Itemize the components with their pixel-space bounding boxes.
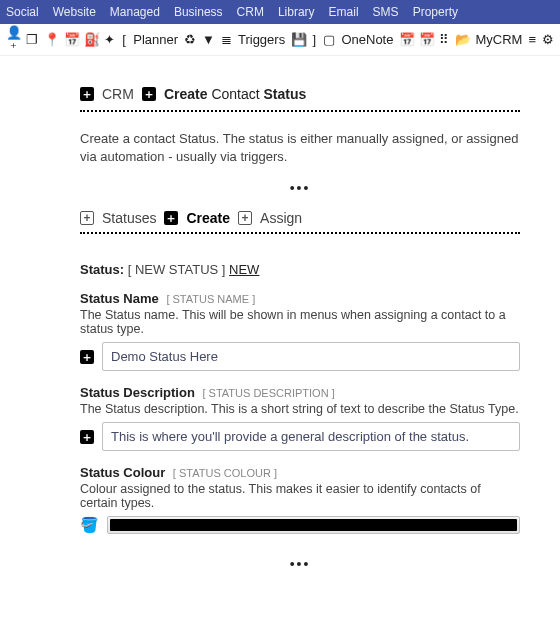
- paint-bucket-icon[interactable]: 🪣: [80, 516, 99, 534]
- status-name-input[interactable]: [102, 342, 520, 371]
- more-menu[interactable]: •••: [80, 180, 520, 196]
- recycle-icon[interactable]: ♻: [184, 32, 196, 47]
- onenote-link[interactable]: OneNote: [341, 32, 393, 47]
- breadcrumb-middle: Contact: [211, 86, 259, 102]
- page-description: Create a contact Status. The status is e…: [80, 130, 520, 166]
- plus-icon[interactable]: ＋: [80, 87, 94, 101]
- calendar2-icon[interactable]: 📅: [399, 32, 413, 47]
- nav-crm[interactable]: CRM: [237, 5, 264, 19]
- status-name-label: Status Name: [80, 291, 159, 306]
- nav-property[interactable]: Property: [413, 5, 458, 19]
- people-icon[interactable]: ⛽: [84, 32, 98, 47]
- status-desc-token: [ STATUS DESCRIPTION ]: [202, 387, 334, 399]
- field-status-colour: Status Colour [ STATUS COLOUR ] Colour a…: [80, 465, 520, 534]
- nav-social[interactable]: Social: [6, 5, 39, 19]
- tab-statuses[interactable]: Statuses: [102, 210, 156, 226]
- subtabs: + Statuses ＋ Create + Assign: [80, 210, 520, 226]
- nav-email[interactable]: Email: [329, 5, 359, 19]
- sliders-icon[interactable]: ✦: [104, 32, 115, 47]
- expand-icon[interactable]: +: [80, 211, 94, 225]
- menu-icon[interactable]: ≡: [528, 32, 536, 47]
- breadcrumb-tail: Create Contact Status: [164, 86, 306, 102]
- breadcrumb-create: Create: [164, 86, 208, 102]
- add-icon[interactable]: ＋: [80, 350, 94, 364]
- nav-website[interactable]: Website: [53, 5, 96, 19]
- status-heading-bracket: [ NEW STATUS ]: [128, 262, 226, 277]
- filter-icon[interactable]: ▼: [202, 32, 215, 47]
- toolbar: 👤⁺ ❐ 📍 📅 ⛽ ✦ [ Planner ♻ ▼ ≣ Triggers 💾 …: [0, 24, 560, 56]
- status-colour-picker[interactable]: [107, 516, 520, 534]
- tab-create[interactable]: Create: [186, 210, 230, 226]
- status-colour-label: Status Colour: [80, 465, 165, 480]
- gear-icon[interactable]: ⚙: [542, 32, 554, 47]
- status-new-link[interactable]: NEW: [229, 262, 259, 277]
- group-icon[interactable]: ⠿: [439, 32, 449, 47]
- status-colour-token: [ STATUS COLOUR ]: [173, 467, 277, 479]
- folder-icon[interactable]: 📂: [455, 32, 469, 47]
- bracket-close-icon: ]: [311, 32, 317, 47]
- list-icon[interactable]: ≣: [221, 32, 232, 47]
- add-user-icon[interactable]: 👤⁺: [6, 25, 20, 55]
- calendar3-icon[interactable]: 📅: [419, 32, 433, 47]
- plus-icon[interactable]: ＋: [164, 211, 178, 225]
- more-menu[interactable]: •••: [80, 556, 520, 572]
- status-name-token: [ STATUS NAME ]: [166, 293, 255, 305]
- note-icon[interactable]: ❐: [26, 32, 38, 47]
- status-colour-help: Colour assigned to the status. This make…: [80, 482, 520, 510]
- status-heading-label: Status:: [80, 262, 124, 277]
- triggers-link[interactable]: Triggers: [238, 32, 285, 47]
- breadcrumb-crm[interactable]: CRM: [102, 86, 134, 102]
- mycrm-link[interactable]: MyCRM: [475, 32, 522, 47]
- save-disk-icon[interactable]: 💾: [291, 32, 305, 47]
- expand-icon[interactable]: +: [238, 211, 252, 225]
- pin-icon[interactable]: 📍: [44, 32, 58, 47]
- breadcrumb: ＋ CRM ＋ Create Contact Status: [80, 86, 520, 102]
- add-icon[interactable]: ＋: [80, 430, 94, 444]
- main-content: ＋ CRM ＋ Create Contact Status Create a c…: [0, 56, 560, 633]
- status-desc-help: The Status description. This is a short …: [80, 402, 520, 416]
- calendar-icon[interactable]: 📅: [64, 32, 78, 47]
- tab-assign[interactable]: Assign: [260, 210, 302, 226]
- bracket-open-icon: [: [121, 32, 127, 47]
- field-status-description: Status Description [ STATUS DESCRIPTION …: [80, 385, 520, 451]
- plus-icon[interactable]: ＋: [142, 87, 156, 101]
- divider: [80, 110, 520, 112]
- nav-sms[interactable]: SMS: [373, 5, 399, 19]
- divider: [80, 232, 520, 234]
- status-desc-input[interactable]: [102, 422, 520, 451]
- window-icon[interactable]: ▢: [323, 32, 335, 47]
- status-colour-swatch: [110, 519, 517, 531]
- nav-library[interactable]: Library: [278, 5, 315, 19]
- status-name-help: The Status name. This will be shown in m…: [80, 308, 520, 336]
- top-nav: Social Website Managed Business CRM Libr…: [0, 0, 560, 24]
- nav-managed[interactable]: Managed: [110, 5, 160, 19]
- status-heading: Status: [ NEW STATUS ] NEW: [80, 262, 520, 277]
- breadcrumb-status: Status: [264, 86, 307, 102]
- nav-business[interactable]: Business: [174, 5, 223, 19]
- planner-link[interactable]: Planner: [133, 32, 178, 47]
- status-desc-label: Status Description: [80, 385, 195, 400]
- field-status-name: Status Name [ STATUS NAME ] The Status n…: [80, 291, 520, 371]
